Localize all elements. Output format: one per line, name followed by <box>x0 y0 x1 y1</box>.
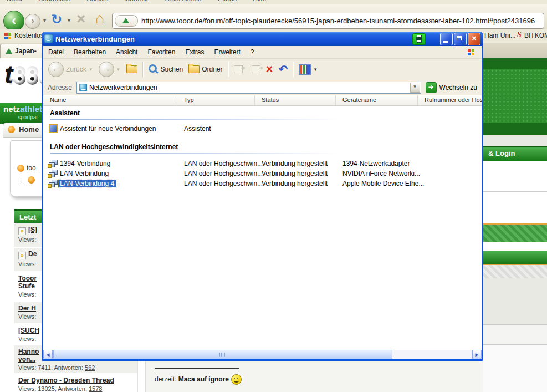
browser-menu-hilfe[interactable]: Hilfe <box>253 0 266 3</box>
column-header-rufnummer[interactable]: Rufnummer oder Hosta <box>418 95 482 105</box>
undo-button[interactable]: ↶ <box>275 64 290 75</box>
back-button[interactable]: ← Zurück ▼ <box>45 62 96 77</box>
column-header-row: Name Typ Status Gerätename Rufnummer ode… <box>43 95 482 106</box>
thread-views: Views: <box>18 291 36 298</box>
window-title: Netzwerkverbindungen <box>55 35 412 43</box>
item-typ: LAN oder Hochgeschwin... <box>184 180 263 187</box>
thread-item[interactable]: Der Dynamo - Dresden Thread Views: 13025… <box>14 374 137 392</box>
forward-dropdown-icon[interactable]: ▼ <box>116 67 121 72</box>
address-location-icon <box>79 84 87 91</box>
thread-views: Views: <box>18 236 36 243</box>
browser-forward-button[interactable]: › <box>25 14 40 29</box>
browser-menu-lesezeichen[interactable]: Lesezeichen <box>164 0 201 3</box>
thread-title[interactable]: De <box>28 250 37 258</box>
thread-views: Views: 7411, Antworten: <box>18 364 85 371</box>
group-divider <box>50 119 338 120</box>
browser-reload-dropdown-icon[interactable]: ▼ <box>67 18 71 23</box>
browser-stop-button[interactable]: × <box>76 10 85 28</box>
url-text[interactable]: http://www.tooor.de/forum/off-topic-plau… <box>141 17 535 25</box>
site-identity-button[interactable] <box>115 15 138 27</box>
connection-icon <box>48 160 58 167</box>
thread-title[interactable]: Der Dynamo - Dresden Thread <box>18 376 133 384</box>
browser-menu-chronik[interactable]: Chronik <box>125 0 147 3</box>
lastpost-icon[interactable]: » <box>18 252 26 259</box>
horizontal-scrollbar[interactable]: ◄ ► <box>43 350 482 359</box>
column-header-status[interactable]: Status <box>255 95 336 105</box>
address-dropdown-icon[interactable]: ▼ <box>410 83 420 93</box>
menu-erweitert[interactable]: Erweitert <box>209 48 245 56</box>
browser-url-field[interactable]: http://www.tooor.de/forum/off-topic-plau… <box>112 13 544 29</box>
item-name[interactable]: 1394-Verbindung <box>60 160 110 167</box>
thread-replies-link[interactable]: 562 <box>85 364 95 371</box>
group-divider <box>50 153 338 154</box>
menu-bearbeiten[interactable]: Bearbeiten <box>69 48 111 56</box>
window-titlebar[interactable]: Netzwerkverbindungen × <box>42 32 483 46</box>
list-item-lan4-selected[interactable]: LAN-Verbindung 4 LAN oder Hochgeschwin..… <box>43 179 482 189</box>
menu-hilfe[interactable]: ? <box>246 48 259 56</box>
banner-text-netz: netz <box>3 104 20 114</box>
item-status: Verbindung hergestellt <box>262 180 328 187</box>
delete-button[interactable]: × <box>263 64 276 75</box>
views-button[interactable]: ▼ <box>296 64 320 75</box>
minimize-button[interactable] <box>440 33 453 45</box>
forward-button[interactable]: → ▼ <box>96 62 124 77</box>
back-label: Zurück <box>66 65 86 73</box>
list-item-1394[interactable]: 1394-Verbindung LAN oder Hochgeschwin...… <box>43 159 482 169</box>
scroll-right-button[interactable]: ► <box>472 350 482 359</box>
browser-home-button[interactable]: ⌂ <box>95 10 104 27</box>
go-arrow-icon: ➜ <box>426 82 437 93</box>
folders-button[interactable]: Ordner <box>186 65 225 73</box>
login-bar[interactable]: & Login <box>483 146 547 161</box>
column-header-geraetename[interactable]: Gerätename <box>336 95 418 105</box>
thread-views: Views: <box>18 261 36 267</box>
toolbar-separator <box>228 62 229 77</box>
group-header-assistent: Assistent <box>50 109 80 117</box>
go-button[interactable]: ➜ Wechseln zu <box>421 82 482 93</box>
file-list-view[interactable]: Assistent Assistent für neue Verbindunge… <box>43 106 482 350</box>
browser-menu-ansicht[interactable]: Ansicht <box>87 0 109 3</box>
maximize-button[interactable] <box>454 33 467 45</box>
browser-menu-extras[interactable]: Extras <box>218 0 237 3</box>
toolbar-separator <box>293 62 294 77</box>
column-header-name[interactable]: Name <box>43 95 177 105</box>
undo-icon: ↶ <box>278 64 288 75</box>
up-button[interactable] <box>124 65 140 73</box>
copy-to-icon <box>252 65 260 73</box>
scrollbar-thumb[interactable] <box>53 350 392 359</box>
browser-menu-bearbeiten[interactable]: Bearbeiten <box>38 0 70 3</box>
lastpost-icon[interactable]: » <box>18 227 26 235</box>
scroll-left-button[interactable]: ◄ <box>43 350 53 359</box>
item-name-selected[interactable]: LAN-Verbindung 4 <box>58 180 116 187</box>
column-header-typ[interactable]: Typ <box>177 95 255 105</box>
print-button[interactable] <box>412 33 426 45</box>
back-dropdown-icon[interactable]: ▼ <box>89 67 93 72</box>
move-to-button[interactable] <box>231 65 246 73</box>
menu-datei[interactable]: Datei <box>43 48 69 56</box>
menu-extras[interactable]: Extras <box>180 48 209 56</box>
page-striped-gray-bar <box>483 264 547 279</box>
list-item-lan[interactable]: LAN-Verbindung LAN oder Hochgeschwin... … <box>43 169 482 179</box>
close-button[interactable]: × <box>468 33 480 45</box>
item-name[interactable]: LAN-Verbindung <box>60 170 109 177</box>
home-icon <box>8 126 15 133</box>
copy-to-button[interactable] <box>249 65 263 73</box>
search-button[interactable]: Suchen <box>146 64 186 74</box>
item-name[interactable]: Assistent für neue Verbindungen <box>60 125 156 133</box>
browser-menu-datei[interactable]: Datei <box>7 0 22 3</box>
browser-reload-button[interactable]: ↻ <box>51 12 62 27</box>
views-dropdown-icon[interactable]: ▼ <box>313 67 318 72</box>
menu-ansicht[interactable]: Ansicht <box>111 48 142 56</box>
thread-replies-link[interactable]: 1578 <box>89 385 102 392</box>
page-striped-green-bar <box>483 223 547 243</box>
bookmark-ham-uni[interactable]: Ham Uni... <box>484 32 516 39</box>
thread-title[interactable]: [S] <box>28 226 37 233</box>
breadcrumb-link[interactable]: too <box>27 164 36 172</box>
address-value[interactable]: Netzwerkverbindungen <box>89 84 157 91</box>
list-item-wizard[interactable]: Assistent für neue Verbindungen Assisten… <box>43 124 482 134</box>
window-toolbar: ← Zurück ▼ → ▼ Suchen Ordner <box>43 59 482 80</box>
page-green-band <box>483 123 547 135</box>
menu-favoriten[interactable]: Favoriten <box>142 48 180 56</box>
browser-back-dropdown-icon[interactable]: ▼ <box>42 18 47 23</box>
bookmark-bitkom[interactable]: BITKOM <box>524 32 547 39</box>
address-combo[interactable]: Netzwerkverbindungen ▼ <box>76 82 421 94</box>
